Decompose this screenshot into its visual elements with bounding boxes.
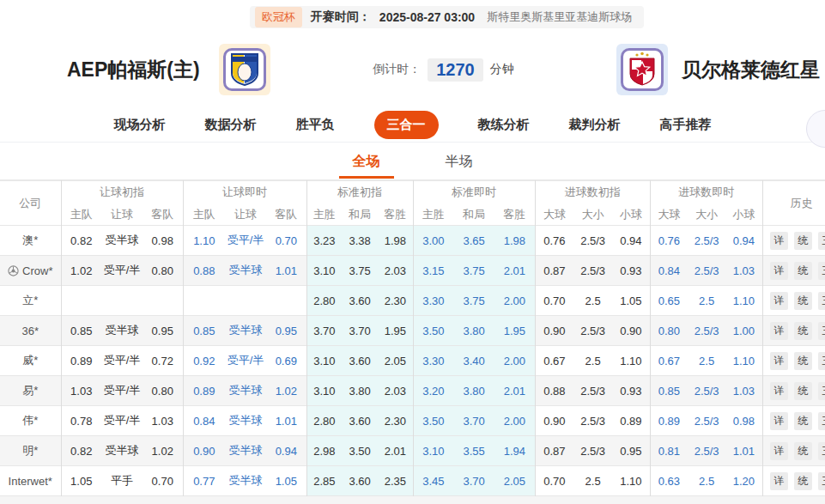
odds-cell-h_live: 受半球 — [225, 436, 266, 466]
history-extra-button[interactable]: 三 — [818, 412, 825, 430]
sub-header: 大球 — [535, 204, 573, 226]
odds-cell-g_live: 0.76 — [650, 226, 688, 256]
soccer-ball-icon — [8, 265, 19, 276]
history-extra-button[interactable]: 三 — [818, 472, 825, 490]
odds-cell-h_live: 受平/半 — [225, 226, 266, 256]
odds-cell-h_live: 1.10 — [183, 226, 225, 256]
history-stats-button[interactable]: 统 — [794, 292, 812, 310]
home-team-name: AEP帕福斯(主) — [67, 57, 200, 83]
odds-cell-g_live: 1.03 — [725, 376, 762, 406]
history-stats-button[interactable]: 统 — [794, 412, 812, 430]
odds-cell-h_init: 1.05 — [61, 466, 101, 496]
history-detail-button[interactable]: 详 — [770, 442, 788, 460]
history-extra-button[interactable]: 三 — [818, 352, 825, 370]
odds-cell-h_live: 0.70 — [266, 226, 306, 256]
odds-cell-h_init: 0.89 — [61, 346, 101, 376]
odds-cell-h_init: 1.02 — [61, 256, 101, 286]
history-cell: 详统三 — [762, 286, 825, 316]
history-cell: 详统三 — [762, 376, 825, 406]
odds-cell-h_init: 受平/半 — [101, 346, 143, 376]
history-stats-button[interactable]: 统 — [794, 262, 812, 280]
sub-header: 让球 — [101, 204, 143, 226]
nav-tab-4[interactable]: 三合一 — [374, 111, 439, 139]
odds-cell-s_live: 1.95 — [494, 316, 535, 346]
odds-table: 公司让球初指让球即时标准初指标准即时进球数初指进球数即时历史主队让球客队主队让球… — [0, 180, 825, 504]
odds-cell-s_live: 3.15 — [413, 256, 453, 286]
odds-cell-s_init: 1.98 — [378, 226, 413, 256]
history-cell: 详统三 — [762, 406, 825, 436]
history-extra-button[interactable]: 三 — [818, 262, 825, 280]
history-extra-button[interactable]: 三 — [818, 322, 825, 340]
history-extra-button[interactable]: 三 — [818, 382, 825, 400]
subtab-2[interactable]: 半场 — [439, 144, 480, 179]
odds-cell-s_live: 3.70 — [453, 406, 494, 436]
odds-cell-s_live: 3.50 — [413, 406, 453, 436]
history-stats-button[interactable]: 统 — [794, 232, 812, 250]
history-stats-button[interactable]: 统 — [794, 352, 812, 370]
odds-cell-h_init — [61, 286, 101, 316]
odds-cell-s_live: 3.20 — [413, 376, 453, 406]
sub-header: 主队 — [183, 204, 225, 226]
history-detail-button[interactable]: 详 — [770, 262, 788, 280]
table-row: 立*2.803.602.303.303.752.000.702.51.050.6… — [0, 286, 825, 316]
nav-tab-1[interactable]: 现场分析 — [114, 117, 166, 133]
odds-cell-s_init: 2.30 — [378, 406, 413, 436]
odds-cell-g_live: 2.5 — [688, 346, 725, 376]
odds-cell-s_init: 3.10 — [306, 346, 342, 376]
nav-tab-7[interactable]: 高手推荐 — [660, 117, 712, 133]
nav-tab-3[interactable]: 胜平负 — [296, 117, 335, 133]
odds-cell-s_init: 2.30 — [378, 286, 413, 316]
odds-cell-h_live: 0.95 — [266, 316, 306, 346]
table-row: 易*1.03受平/半0.800.89受半球1.023.103.802.033.2… — [0, 376, 825, 406]
table-row: 威*0.89受平/半0.720.92受平/半0.693.103.602.053.… — [0, 346, 825, 376]
odds-cell-g_live: 0.98 — [725, 406, 762, 436]
history-stats-button[interactable]: 统 — [794, 442, 812, 460]
odds-cell-g_init: 1.05 — [612, 286, 650, 316]
history-extra-button[interactable]: 三 — [818, 442, 825, 460]
sub-header: 客队 — [143, 204, 183, 226]
odds-cell-g_init: 0.93 — [612, 376, 650, 406]
odds-cell-h_init: 平手 — [101, 466, 143, 496]
odds-cell-s_init: 3.75 — [342, 256, 378, 286]
home-crest-icon — [230, 52, 259, 87]
subtab-1[interactable]: 全场 — [346, 144, 387, 179]
countdown-value: 1270 — [428, 58, 483, 82]
odds-cell-h_init — [101, 286, 143, 316]
nav-tab-6[interactable]: 裁判分析 — [569, 117, 621, 133]
odds-cell-g_init: 2.5/3 — [573, 436, 612, 466]
odds-cell-s_live: 3.65 — [453, 226, 494, 256]
nav-tab-2[interactable]: 数据分析 — [205, 117, 257, 133]
history-detail-button[interactable]: 详 — [770, 382, 788, 400]
sub-header: 客胜 — [494, 204, 535, 226]
history-extra-button[interactable]: 三 — [818, 292, 825, 310]
odds-cell-g_init: 0.90 — [612, 316, 650, 346]
odds-cell-s_init: 3.10 — [306, 256, 342, 286]
history-stats-button[interactable]: 统 — [794, 382, 812, 400]
history-detail-button[interactable]: 详 — [770, 322, 788, 340]
odds-cell-h_live — [225, 286, 266, 316]
history-detail-button[interactable]: 详 — [770, 292, 788, 310]
odds-cell-h_init: 0.82 — [61, 436, 101, 466]
history-cell: 详统三 — [762, 316, 825, 346]
odds-cell-s_live: 2.00 — [494, 346, 535, 376]
history-extra-button[interactable]: 三 — [818, 232, 825, 250]
history-cell: 详统三 — [762, 436, 825, 466]
history-detail-button[interactable]: 详 — [770, 412, 788, 430]
history-cell: 详统三 — [762, 466, 825, 496]
odds-cell-g_live: 0.80 — [650, 316, 688, 346]
table-row-partial — [0, 496, 825, 504]
league-badge[interactable]: 欧冠杯 — [255, 7, 302, 27]
history-detail-button[interactable]: 详 — [770, 232, 788, 250]
history-stats-button[interactable]: 统 — [794, 322, 812, 340]
col-header-company: 公司 — [0, 181, 61, 226]
history-detail-button[interactable]: 详 — [770, 472, 788, 490]
odds-table-head: 公司让球初指让球即时标准初指标准即时进球数初指进球数即时历史主队让球客队主队让球… — [0, 181, 825, 226]
nav-tab-5[interactable]: 教练分析 — [478, 117, 530, 133]
company-cell: 澳* — [0, 226, 61, 256]
odds-cell-g_live: 2.5/3 — [688, 406, 725, 436]
history-stats-button[interactable]: 统 — [794, 472, 812, 490]
floating-action-button[interactable] — [806, 110, 825, 148]
history-detail-button[interactable]: 详 — [770, 352, 788, 370]
odds-cell-s_live: 3.30 — [413, 286, 453, 316]
odds-cell-s_init: 3.70 — [342, 316, 378, 346]
